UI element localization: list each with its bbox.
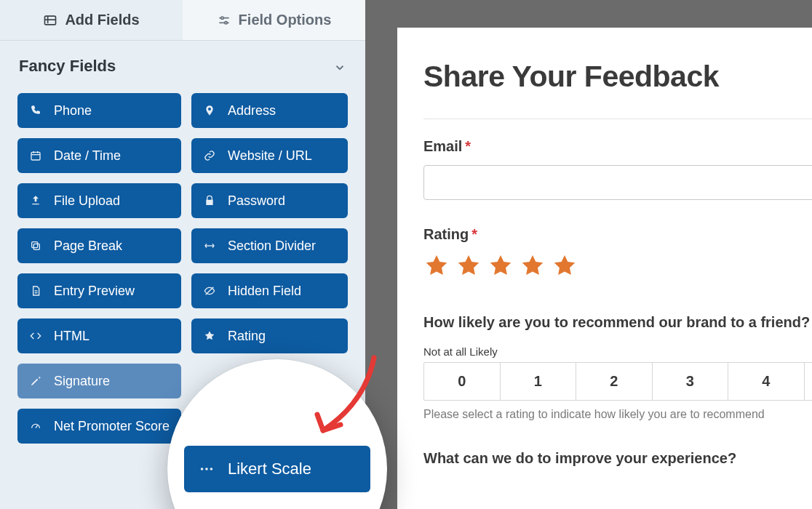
field-label: Signature: [54, 374, 110, 389]
field-label: Address: [228, 103, 276, 119]
copy-icon: [29, 239, 42, 252]
star-icon[interactable]: [455, 253, 482, 282]
field-label: File Upload: [54, 193, 120, 209]
field-label: Password: [228, 193, 285, 209]
field-address[interactable]: Address: [191, 93, 348, 128]
lock-icon: [203, 194, 216, 207]
svg-rect-11: [33, 244, 39, 249]
field-label: Likert Scale: [228, 460, 311, 478]
nps-cell-2[interactable]: 2: [576, 363, 653, 400]
field-file-upload[interactable]: File Upload: [17, 183, 181, 218]
nps-scale: 0 1 2 3 4 5: [423, 362, 812, 401]
form-preview: Share Your Feedback Email* Rating* How l…: [397, 28, 812, 509]
svg-rect-7: [31, 152, 40, 160]
doc-icon: [29, 284, 42, 297]
email-input[interactable]: [423, 165, 812, 200]
nps-cell-1[interactable]: 1: [501, 363, 577, 400]
field-section-divider[interactable]: Section Divider: [191, 228, 348, 263]
svg-point-6: [224, 21, 226, 23]
upload-icon: [29, 194, 42, 207]
tab-add-fields-label: Add Fields: [65, 12, 139, 28]
svg-line-17: [36, 425, 38, 428]
field-label: HTML: [54, 329, 89, 344]
required-mark: *: [465, 138, 471, 154]
field-password[interactable]: Password: [191, 183, 348, 218]
nps-low-label: Not at all Likely: [423, 345, 812, 358]
nps-cell-0[interactable]: 0: [424, 363, 501, 400]
rating-label: Rating*: [423, 226, 812, 243]
tab-field-options-label: Field Options: [239, 12, 332, 28]
tab-add-fields[interactable]: Add Fields: [0, 0, 183, 40]
field-entry-preview[interactable]: Entry Preview: [17, 273, 181, 308]
section-title: Fancy Fields: [19, 57, 116, 76]
svg-point-19: [205, 468, 208, 470]
sliders-icon: [217, 13, 231, 28]
star-icon[interactable]: [487, 253, 514, 282]
nps-question: How likely are you to recommend our bran…: [423, 314, 812, 331]
code-icon: [29, 329, 42, 342]
star-icon[interactable]: [552, 253, 578, 282]
field-label: Phone: [54, 103, 92, 119]
divider-icon: [203, 239, 216, 252]
improve-question: What can we do to improve your experienc…: [423, 450, 812, 467]
field-date-time[interactable]: Date / Time: [17, 138, 181, 173]
nps-help: Please select a rating to indicate how l…: [423, 408, 812, 421]
field-label: Entry Preview: [54, 284, 135, 299]
add-fields-icon: [43, 13, 57, 28]
pencil-icon: [29, 374, 42, 388]
svg-point-5: [220, 17, 223, 19]
section-fancy-fields[interactable]: Fancy Fields: [0, 41, 365, 86]
form-title: Share Your Feedback: [423, 60, 812, 94]
calendar-icon: [29, 149, 42, 162]
field-label: Hidden Field: [228, 284, 301, 299]
sidebar-tabs: Add Fields Field Options: [0, 0, 365, 41]
field-signature[interactable]: Signature: [17, 364, 181, 398]
pin-icon: [203, 104, 216, 117]
nps-cell-5[interactable]: 5: [805, 363, 813, 400]
field-nps[interactable]: Net Promoter Score: [17, 409, 181, 444]
chevron-down-icon: [333, 60, 346, 73]
field-hidden-field[interactable]: Hidden Field: [191, 273, 348, 308]
star-icon: [203, 329, 216, 342]
field-label: Rating: [228, 329, 266, 344]
dots-icon: [199, 462, 215, 476]
nps-cell-3[interactable]: 3: [653, 363, 729, 400]
field-label: Section Divider: [228, 239, 316, 254]
gauge-icon: [29, 420, 42, 433]
field-website-url[interactable]: Website / URL: [191, 138, 348, 173]
field-label: Website / URL: [228, 148, 312, 164]
link-icon: [203, 149, 216, 162]
svg-point-18: [201, 468, 204, 470]
svg-point-20: [210, 468, 213, 470]
required-mark: *: [471, 226, 477, 242]
tab-field-options[interactable]: Field Options: [183, 0, 365, 40]
field-rating[interactable]: Rating: [191, 318, 348, 353]
svg-rect-12: [32, 242, 38, 248]
star-icon[interactable]: [423, 253, 450, 282]
star-icon[interactable]: [520, 253, 546, 282]
nps-cell-4[interactable]: 4: [728, 363, 805, 400]
divider: [423, 119, 812, 119]
field-label: Date / Time: [54, 148, 121, 164]
phone-icon: [29, 104, 42, 117]
eye-off-icon: [203, 284, 216, 297]
field-label: Net Promoter Score: [54, 419, 170, 434]
field-html[interactable]: HTML: [17, 318, 181, 353]
email-label: Email*: [423, 138, 812, 155]
field-label: Page Break: [54, 239, 122, 254]
field-likert-scale[interactable]: Likert Scale: [184, 446, 370, 492]
star-rating[interactable]: [423, 253, 812, 282]
field-phone[interactable]: Phone: [17, 93, 181, 128]
field-page-break[interactable]: Page Break: [17, 228, 181, 263]
